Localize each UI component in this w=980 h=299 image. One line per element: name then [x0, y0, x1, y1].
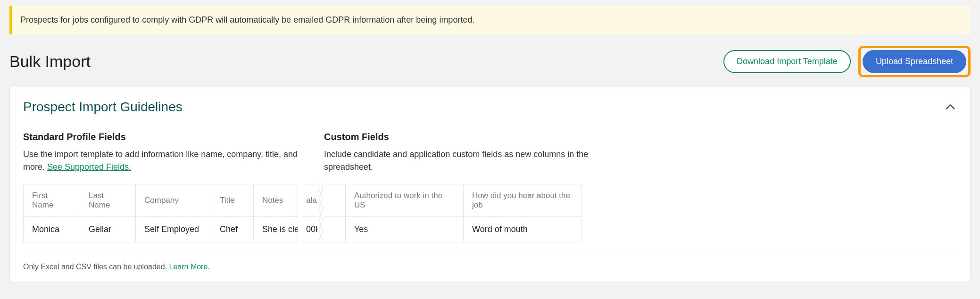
td-title: Chef [211, 217, 254, 242]
th-last-name: Last Name [80, 184, 136, 217]
guidelines-columns: Standard Profile Fields Use the import t… [23, 132, 957, 174]
table-row: Monica Gellar Self Employed Chef She is … [24, 217, 298, 242]
standard-title: Standard Profile Fields [23, 132, 301, 142]
gdpr-banner: Prospects for jobs configured to comply … [9, 6, 971, 34]
example-tables: First Name Last Name Company Title Notes… [23, 184, 957, 242]
guidelines-panel: Prospect Import Guidelines Standard Prof… [9, 87, 971, 282]
page-header: Bulk Import Download Import Template Upl… [0, 34, 980, 87]
chevron-up-icon[interactable] [944, 100, 957, 114]
supported-fields-link[interactable]: See Supported Fields. [47, 162, 131, 172]
footer-note: Only Excel and CSV files can be uploaded… [23, 263, 957, 271]
upload-spreadsheet-button[interactable]: Upload Spreadsheet [863, 50, 966, 73]
td-first-name: Monica [24, 217, 80, 242]
td-last-name: Gellar [80, 217, 136, 242]
table-row: 00k Yes Word of mouth [302, 217, 581, 242]
footer-note-text: Only Excel and CSV files can be uploaded… [23, 263, 169, 271]
custom-example-table: alary Authorized to work in the US How d… [302, 184, 581, 242]
standard-desc: Use the import template to add informati… [23, 148, 301, 174]
page-title: Bulk Import [9, 52, 91, 71]
custom-fields-column: Custom Fields Include candidate and appl… [324, 132, 602, 174]
panel-header[interactable]: Prospect Import Guidelines [23, 100, 957, 115]
header-actions: Download Import Template Upload Spreadsh… [723, 46, 971, 77]
td-notes: She is cle [254, 217, 298, 242]
table-header-row: First Name Last Name Company Title Notes [24, 184, 298, 217]
standard-example-table: First Name Last Name Company Title Notes… [23, 184, 298, 242]
banner-text: Prospects for jobs configured to comply … [20, 15, 474, 25]
td-hear-about: Word of mouth [464, 217, 581, 242]
td-company: Self Employed [136, 217, 211, 242]
standard-fields-column: Standard Profile Fields Use the import t… [23, 132, 301, 174]
custom-desc: Include candidate and application custom… [324, 148, 602, 174]
th-title: Title [211, 184, 254, 217]
th-hear-about: How did you hear about the job [464, 184, 581, 217]
custom-title: Custom Fields [324, 132, 602, 142]
download-template-button[interactable]: Download Import Template [723, 50, 851, 73]
th-first-name: First Name [24, 184, 80, 217]
panel-title: Prospect Import Guidelines [23, 100, 183, 115]
th-authorized: Authorized to work in the US [346, 184, 464, 217]
th-company: Company [136, 184, 211, 217]
torn-edge-icon [317, 183, 324, 243]
td-authorized: Yes [346, 217, 464, 242]
table-header-row: alary Authorized to work in the US How d… [302, 184, 581, 217]
upload-highlight: Upload Spreadsheet [858, 46, 971, 77]
th-notes: Notes [254, 184, 298, 217]
learn-more-link[interactable]: Learn More. [169, 263, 210, 271]
divider [23, 254, 957, 254]
